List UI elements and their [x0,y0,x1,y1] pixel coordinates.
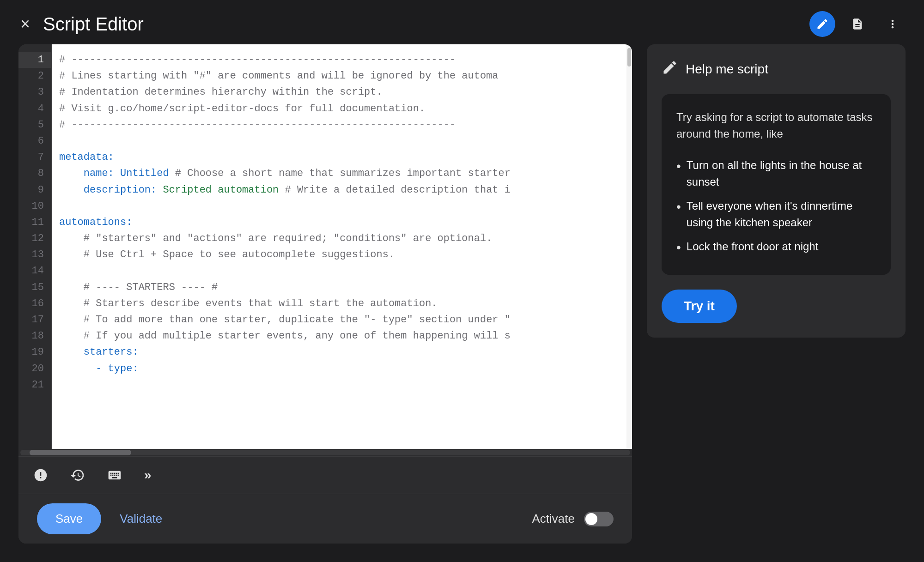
right-panel: Help me script Try asking for a script t… [647,44,906,544]
editor-vscrollbar-thumb [627,48,631,66]
help-example-2: • Tell everyone when it's dinnertime usi… [676,194,876,235]
code-line-7: metadata: [59,149,619,165]
editor-scrollbar-track [20,450,630,455]
header-left: × Script Editor [18,14,144,35]
code-line-19: starters: [59,344,619,360]
code-line-15: # ---- STARTERS ---- # [59,279,619,296]
pencil-icon-button[interactable] [809,11,835,37]
app-container: × Script Editor [0,0,924,562]
code-line-20: - type: [59,361,619,377]
try-it-button[interactable]: Try it [662,290,737,323]
line-number-18: 18 [18,328,51,344]
editor-horizontal-scrollbar[interactable] [18,449,632,456]
code-line-11: automations: [59,214,619,230]
line-number-6: 6 [18,133,51,149]
bullet-1: • [676,157,681,175]
line-number-2: 2 [18,68,51,84]
editor-with-vscroll: 1 2 3 4 5 6 7 8 9 10 11 12 13 14 [18,44,632,449]
line-number-17: 17 [18,312,51,328]
toggle-thumb [585,513,597,525]
code-line-2: # Lines starting with "#" are comments a… [59,68,619,84]
main-content: 1 2 3 4 5 6 7 8 9 10 11 12 13 14 [0,44,924,562]
pencil-wand-icon [662,59,678,79]
line-number-20: 20 [18,361,51,377]
editor-panel: 1 2 3 4 5 6 7 8 9 10 11 12 13 14 [18,44,632,544]
line-number-10: 10 [18,198,51,214]
code-line-21 [59,377,619,393]
help-title: Help me script [686,62,768,77]
help-example-3-text: Lock the front door at night [687,238,819,255]
header-right [809,11,906,37]
help-header: Help me script [662,59,891,79]
line-number-14: 14 [18,263,51,279]
help-prompt-text: Try asking for a script to automate task… [676,109,876,142]
line-number-1: 1 [18,52,51,68]
help-examples-list: • Turn on all the lights in the house at… [676,153,876,260]
code-line-12: # "starters" and "actions" are required;… [59,230,619,247]
code-editor[interactable]: # --------------------------------------… [52,44,626,449]
header: × Script Editor [0,0,924,44]
code-scroll-inner: # --------------------------------------… [59,52,619,393]
help-example-2-text: Tell everyone when it's dinnertime using… [687,198,876,231]
code-line-5: # --------------------------------------… [59,117,619,133]
activate-label: Activate [532,512,575,526]
code-line-6 [59,133,619,149]
line-number-19: 19 [18,344,51,360]
code-line-3: # Indentation determines hierarchy withi… [59,84,619,100]
line-number-15: 15 [18,279,51,296]
line-number-11: 11 [18,214,51,230]
line-number-7: 7 [18,149,51,165]
alert-icon-button[interactable] [30,464,52,486]
code-line-13: # Use Ctrl + Space to see autocomplete s… [59,247,619,263]
validate-button[interactable]: Validate [112,503,170,534]
help-example-3: • Lock the front door at night [676,235,876,260]
code-line-4: # Visit g.co/home/script-editor-docs for… [59,101,619,117]
editor-toolbar: » [18,456,632,494]
bullet-2: • [676,198,681,216]
action-bar: Save Validate Activate [18,494,632,544]
line-number-16: 16 [18,296,51,312]
page-title: Script Editor [43,14,144,35]
code-line-16: # Starters describe events that will sta… [59,296,619,312]
close-button[interactable]: × [18,14,32,34]
history-icon-button[interactable] [67,464,89,486]
line-number-9: 9 [18,182,51,198]
line-number-21: 21 [18,377,51,393]
help-example-1-text: Turn on all the lights in the house at s… [687,157,876,190]
document-icon-button[interactable] [845,11,870,37]
line-numbers: 1 2 3 4 5 6 7 8 9 10 11 12 13 14 [18,44,52,449]
help-prompt-box: Try asking for a script to automate task… [662,94,891,275]
code-line-10 [59,198,619,214]
more-options-button[interactable] [880,11,906,37]
editor-scrollbar-thumb [30,450,131,455]
keyboard-icon-button[interactable] [103,464,126,486]
help-section: Help me script Try asking for a script t… [647,44,906,338]
editor-vertical-scrollbar[interactable] [626,44,632,449]
editor-main: 1 2 3 4 5 6 7 8 9 10 11 12 13 14 [18,44,632,494]
code-line-1: # --------------------------------------… [59,52,619,68]
line-number-13: 13 [18,247,51,263]
line-number-4: 4 [18,101,51,117]
code-line-17: # To add more than one starter, duplicat… [59,312,619,328]
bullet-3: • [676,238,681,256]
save-button[interactable]: Save [37,503,101,534]
action-left: Save Validate [37,503,170,534]
code-line-18: # If you add multiple starter events, an… [59,328,619,344]
activate-toggle[interactable] [584,512,614,526]
line-number-5: 5 [18,117,51,133]
line-number-3: 3 [18,84,51,100]
code-line-8: name: Untitled # Choose a short name tha… [59,165,619,181]
code-line-9: description: Scripted automation # Write… [59,182,619,198]
action-right: Activate [532,512,614,526]
line-number-8: 8 [18,165,51,181]
code-line-14 [59,263,619,279]
chevron-right-icon-button[interactable]: » [140,464,155,486]
line-number-12: 12 [18,230,51,247]
help-example-1: • Turn on all the lights in the house at… [676,153,876,194]
